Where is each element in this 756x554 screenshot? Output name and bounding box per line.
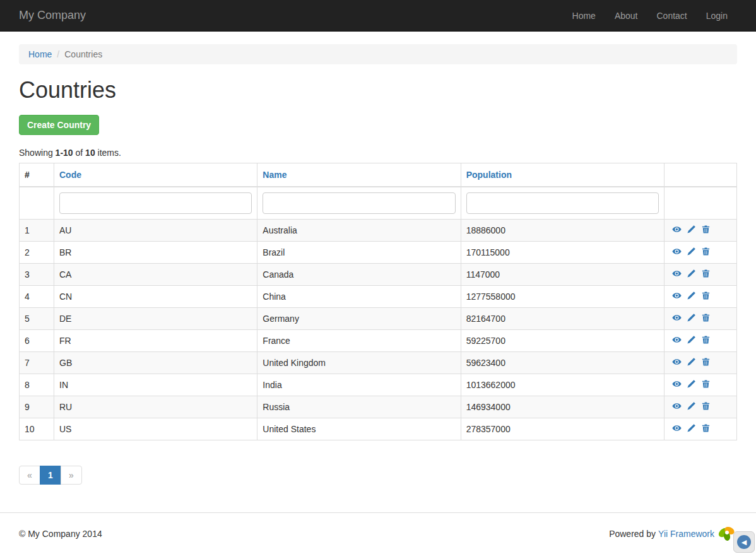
update-pencil-icon[interactable] <box>687 379 696 389</box>
population-cell: 170115000 <box>461 242 664 264</box>
update-pencil-icon[interactable] <box>687 357 696 367</box>
breadcrumb-home-link[interactable]: Home <box>28 49 52 59</box>
view-eye-icon[interactable] <box>672 357 682 367</box>
update-pencil-icon[interactable] <box>687 291 696 300</box>
delete-trash-icon[interactable] <box>701 291 711 300</box>
actions-cell <box>664 242 737 264</box>
nav-item-home[interactable]: Home <box>563 1 605 30</box>
population-cell: 59225700 <box>461 330 664 352</box>
table-row: 3CACanada1147000 <box>20 264 737 286</box>
update-pencil-icon[interactable] <box>687 225 696 234</box>
table-header-row: # Code Name Population <box>20 163 737 187</box>
nav-item-about[interactable]: About <box>605 1 647 30</box>
yii-framework-link[interactable]: Yii Framework <box>658 529 714 539</box>
table-row: 2BRBrazil170115000 <box>20 242 737 264</box>
view-eye-icon[interactable] <box>672 247 682 256</box>
view-eye-icon[interactable] <box>672 379 682 389</box>
summary-total: 10 <box>85 148 95 158</box>
code-cell: DE <box>54 308 257 330</box>
main-content: Home / Countries Countries Create Countr… <box>19 32 737 510</box>
serial-cell: 5 <box>20 308 54 330</box>
view-eye-icon[interactable] <box>672 225 682 234</box>
delete-trash-icon[interactable] <box>701 379 711 389</box>
population-filter-input[interactable] <box>466 192 659 214</box>
brand-link[interactable]: My Company <box>19 9 86 22</box>
code-cell: BR <box>54 242 257 264</box>
table-row: 7GBUnited Kingdom59623400 <box>20 352 737 374</box>
summary-range: 1-10 <box>56 148 73 158</box>
footer-copyright: © My Company 2014 <box>19 529 102 539</box>
serial-cell: 9 <box>20 396 54 418</box>
code-cell: FR <box>54 330 257 352</box>
grid-summary: Showing 1-10 of 10 items. <box>19 148 737 158</box>
update-pencil-icon[interactable] <box>687 401 696 411</box>
corner-widget[interactable]: ◀ <box>733 531 755 553</box>
name-cell: United States <box>257 418 461 440</box>
navbar-menu: Home About Contact Login <box>563 1 737 30</box>
table-row: 9RURussia146934000 <box>20 396 737 418</box>
countries-table: # Code Name Population 1AUAustralia18886… <box>19 163 737 440</box>
create-country-button[interactable]: Create Country <box>19 115 99 135</box>
filter-serial-cell <box>20 187 54 220</box>
table-row: 1AUAustralia18886000 <box>20 220 737 242</box>
code-cell: CA <box>54 264 257 286</box>
breadcrumb: Home / Countries <box>19 44 737 64</box>
summary-mid: of <box>73 148 85 158</box>
delete-trash-icon[interactable] <box>701 225 711 234</box>
breadcrumb-current: Countries <box>64 49 102 59</box>
serial-cell: 1 <box>20 220 54 242</box>
name-cell: Brazil <box>257 242 461 264</box>
view-eye-icon[interactable] <box>672 335 682 345</box>
delete-trash-icon[interactable] <box>701 269 711 278</box>
actions-cell <box>664 352 737 374</box>
delete-trash-icon[interactable] <box>701 247 711 256</box>
delete-trash-icon[interactable] <box>701 313 711 322</box>
update-pencil-icon[interactable] <box>687 247 696 256</box>
serial-cell: 10 <box>20 418 54 440</box>
code-cell: AU <box>54 220 257 242</box>
pagination-next-button[interactable]: » <box>61 466 82 485</box>
pagination-prev-button[interactable]: « <box>19 466 40 485</box>
update-pencil-icon[interactable] <box>687 335 696 345</box>
view-eye-icon[interactable] <box>672 401 682 411</box>
nav-item-contact[interactable]: Contact <box>647 1 696 30</box>
nav-item-login[interactable]: Login <box>697 1 737 30</box>
top-navbar: My Company Home About Contact Login <box>0 0 756 32</box>
name-cell: China <box>257 286 461 308</box>
population-cell: 18886000 <box>461 220 664 242</box>
name-cell: Australia <box>257 220 461 242</box>
update-pencil-icon[interactable] <box>687 313 696 322</box>
view-eye-icon[interactable] <box>672 291 682 300</box>
actions-cell <box>664 308 737 330</box>
sort-population-link[interactable]: Population <box>466 170 512 180</box>
view-eye-icon[interactable] <box>672 269 682 278</box>
serial-cell: 6 <box>20 330 54 352</box>
code-filter-input[interactable] <box>59 192 252 214</box>
delete-trash-icon[interactable] <box>701 423 711 433</box>
name-cell: India <box>257 374 461 396</box>
actions-cell <box>664 396 737 418</box>
delete-trash-icon[interactable] <box>701 357 711 367</box>
table-row: 6FRFrance59225700 <box>20 330 737 352</box>
breadcrumb-separator: / <box>52 49 64 59</box>
sort-code-link[interactable]: Code <box>59 170 81 180</box>
summary-suffix: items. <box>95 148 121 158</box>
footer: © My Company 2014 Powered by Yii Framewo… <box>0 512 756 554</box>
update-pencil-icon[interactable] <box>687 423 696 433</box>
delete-trash-icon[interactable] <box>701 335 711 345</box>
name-cell: United Kingdom <box>257 352 461 374</box>
chevron-left-icon: ◀ <box>737 535 751 549</box>
table-row: 8INIndia1013662000 <box>20 374 737 396</box>
population-cell: 59623400 <box>461 352 664 374</box>
view-eye-icon[interactable] <box>672 423 682 433</box>
view-eye-icon[interactable] <box>672 313 682 322</box>
actions-cell <box>664 418 737 440</box>
update-pencil-icon[interactable] <box>687 269 696 278</box>
name-cell: Canada <box>257 264 461 286</box>
pagination-page-1-button[interactable]: 1 <box>40 466 61 485</box>
filter-actions-cell <box>664 187 737 220</box>
delete-trash-icon[interactable] <box>701 401 711 411</box>
name-filter-input[interactable] <box>263 192 455 214</box>
population-cell: 1277558000 <box>461 286 664 308</box>
sort-name-link[interactable]: Name <box>263 170 286 180</box>
